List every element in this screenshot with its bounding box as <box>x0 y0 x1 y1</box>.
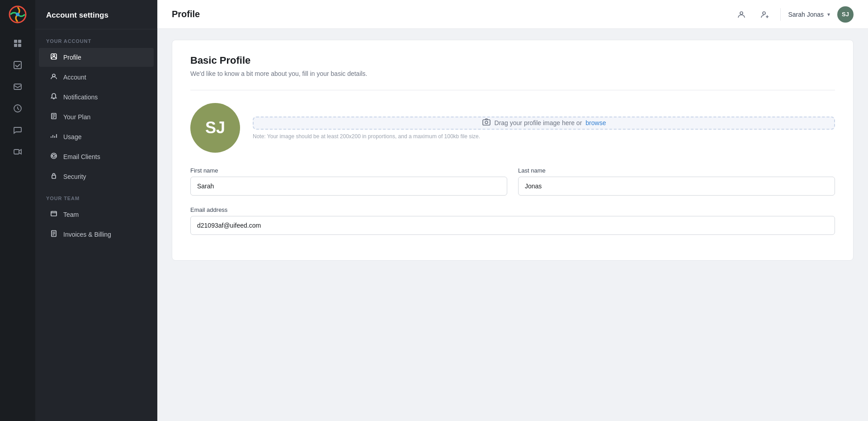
header-account-icon[interactable] <box>733 6 750 23</box>
sidebar: Account settings YOUR ACCOUNT Profile Ac… <box>35 0 157 421</box>
sidebar-section-team: YOUR TEAM <box>35 187 157 205</box>
team-icon <box>50 210 58 219</box>
email-clients-icon <box>50 152 58 161</box>
profile-avatar: SJ <box>190 103 240 153</box>
svg-point-11 <box>53 55 55 56</box>
header-divider <box>780 8 781 21</box>
sidebar-item-notifications-label: Notifications <box>63 94 98 101</box>
svg-point-19 <box>740 12 743 14</box>
email-input[interactable] <box>190 216 835 235</box>
last-name-input[interactable] <box>518 177 835 196</box>
svg-rect-5 <box>18 44 21 47</box>
header-right: Sarah Jonas ▾ SJ <box>733 6 854 23</box>
last-name-group: Last name <box>518 167 835 196</box>
sidebar-item-usage-label: Usage <box>63 133 81 140</box>
content-area: Basic Profile We'd like to know a bit mo… <box>157 29 868 421</box>
upload-zone[interactable]: Drag your profile image here or browse <box>253 117 835 130</box>
sidebar-item-security-label: Security <box>63 173 86 180</box>
page-title: Profile <box>172 9 733 19</box>
sidebar-item-profile-label: Profile <box>63 54 81 61</box>
sidebar-item-billing-label: Invoices & Billing <box>63 231 111 238</box>
header-chevron-icon: ▾ <box>827 11 830 18</box>
first-name-label: First name <box>190 167 507 174</box>
svg-rect-21 <box>483 120 490 125</box>
svg-rect-4 <box>14 44 17 47</box>
svg-rect-6 <box>14 61 21 69</box>
svg-point-1 <box>16 13 19 16</box>
avatar-section: SJ Drag your profile image here or brows… <box>190 103 835 153</box>
svg-rect-16 <box>52 175 56 178</box>
sidebar-section-account: YOUR ACCOUNT <box>35 29 157 47</box>
sidebar-item-usage[interactable]: Usage <box>39 127 154 146</box>
sidebar-item-account-label: Account <box>63 74 86 81</box>
first-name-input[interactable] <box>190 177 507 196</box>
sidebar-item-plan-label: Your Plan <box>63 113 90 121</box>
rail-video-icon[interactable] <box>9 143 27 161</box>
security-icon <box>50 172 58 181</box>
upload-camera-icon <box>482 117 491 129</box>
email-row: Email address <box>190 206 835 235</box>
rail-check-icon[interactable] <box>9 56 27 74</box>
app-logo[interactable] <box>9 5 27 23</box>
sidebar-item-account[interactable]: Account <box>39 68 154 87</box>
plan-icon <box>50 112 58 122</box>
billing-icon <box>50 230 58 239</box>
email-group: Email address <box>190 206 835 235</box>
upload-note: Note: Your image should be at least 200x… <box>253 133 835 140</box>
email-label: Email address <box>190 206 835 213</box>
rail-clock-icon[interactable] <box>9 99 27 117</box>
notifications-icon <box>50 93 58 102</box>
sidebar-item-notifications[interactable]: Notifications <box>39 88 154 107</box>
rail-chat-icon[interactable] <box>9 121 27 139</box>
card-subtitle: We'd like to know a bit more about you, … <box>190 70 835 77</box>
svg-rect-7 <box>14 84 21 89</box>
header-user-menu[interactable]: Sarah Jonas ▾ <box>788 11 830 18</box>
name-row: First name Last name <box>190 167 835 196</box>
top-header: Profile Sarah Jonas ▾ SJ <box>157 0 868 29</box>
sidebar-item-team[interactable]: Team <box>39 205 154 224</box>
svg-point-12 <box>52 74 55 77</box>
usage-icon <box>50 132 58 141</box>
card-title: Basic Profile <box>190 55 835 66</box>
sidebar-title: Account settings <box>35 0 157 29</box>
icon-rail <box>0 0 35 421</box>
card-divider <box>190 90 835 90</box>
sidebar-item-billing[interactable]: Invoices & Billing <box>39 225 154 244</box>
header-avatar[interactable]: SJ <box>837 6 854 23</box>
account-icon <box>50 73 58 82</box>
main-wrapper: Profile Sarah Jonas ▾ SJ <box>157 0 868 421</box>
svg-rect-2 <box>14 40 17 43</box>
svg-rect-17 <box>51 211 57 216</box>
last-name-label: Last name <box>518 167 835 174</box>
svg-point-22 <box>485 121 488 124</box>
header-username: Sarah Jonas <box>788 11 824 18</box>
svg-point-20 <box>763 12 765 14</box>
sidebar-item-security[interactable]: Security <box>39 167 154 186</box>
rail-mail-icon[interactable] <box>9 78 27 96</box>
sidebar-item-profile[interactable]: Profile <box>39 48 154 67</box>
svg-rect-9 <box>14 150 19 154</box>
rail-grid-icon[interactable] <box>9 34 27 52</box>
header-add-user-icon[interactable] <box>757 6 773 23</box>
sidebar-item-your-plan[interactable]: Your Plan <box>39 108 154 126</box>
first-name-group: First name <box>190 167 507 196</box>
sidebar-item-email-clients[interactable]: Email Clients <box>39 147 154 166</box>
profile-icon <box>50 53 58 62</box>
profile-card: Basic Profile We'd like to know a bit mo… <box>172 40 854 261</box>
upload-text: Drag your profile image here or <box>495 119 582 126</box>
sidebar-item-team-label: Team <box>63 211 79 218</box>
sidebar-item-email-clients-label: Email Clients <box>63 153 100 160</box>
svg-rect-3 <box>18 40 21 43</box>
upload-browse-link[interactable]: browse <box>585 119 606 126</box>
